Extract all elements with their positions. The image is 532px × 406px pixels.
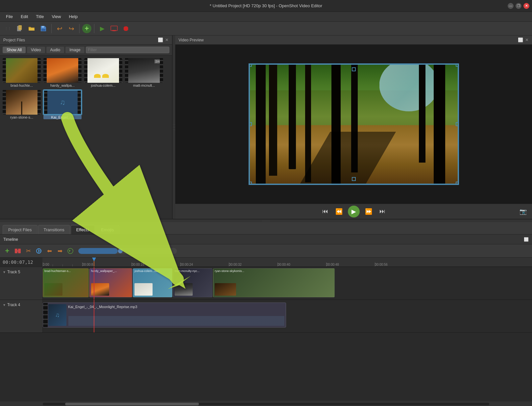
skip-to-start-button[interactable]: ⏮ [320, 207, 330, 216]
track-row-5: ▼ Track 5 brad-huchteman-s... [0, 267, 532, 300]
tracks-area: ▼ Track 5 brad-huchteman-s... [0, 267, 532, 401]
track4-cut-line [94, 300, 94, 332]
project-files-tabs: Show All Video Audio Image [0, 45, 172, 56]
clip-kai[interactable]: ♫ Kai_Engel_-_04_-_Moonlight_Reprise.mp3 [43, 303, 286, 327]
clip-hardy[interactable]: hardy_wallpaper_... [89, 268, 132, 297]
file-thumb-kai[interactable]: ♫ Kai_Engel_-_. [43, 90, 82, 119]
tab-emojis[interactable]: Emojis [95, 225, 119, 234]
handle-br[interactable] [456, 182, 459, 185]
project-files-panel: Project Files ⬜ ✕ Show All Video Audio I… [0, 35, 173, 219]
add-track-button[interactable]: + [3, 246, 12, 256]
handle-tl[interactable] [249, 63, 252, 67]
fullscreen-button[interactable] [109, 23, 119, 34]
file-label-matt: matt-mcnult... [125, 83, 163, 87]
project-files-header: Project Files ⬜ ✕ [0, 35, 172, 45]
timeline-expand-icon[interactable]: ⬜ [524, 237, 529, 242]
project-files-title: Project Files [3, 38, 25, 42]
rewind-button[interactable]: ⏪ [334, 207, 344, 216]
save-project-button[interactable] [38, 23, 49, 34]
svg-point-13 [38, 250, 39, 252]
tab-project-files[interactable]: Project Files [3, 225, 37, 234]
titlebar: * Untitled Project [HD 720p 30 fps] - Op… [0, 0, 532, 12]
menu-title[interactable]: Title [33, 13, 47, 20]
track-label-5: ▼ Track 5 [0, 267, 43, 300]
jump-start-button[interactable]: ⬅ [45, 246, 54, 256]
pf-expand-icon[interactable]: ⬜ [158, 37, 163, 42]
open-project-button[interactable] [26, 23, 37, 34]
handle-tr[interactable] [456, 63, 459, 67]
window-title: * Untitled Project [HD 720p 30 fps] - Op… [210, 3, 322, 8]
clip-brad[interactable]: brad-huchteman-s... [43, 268, 89, 297]
menu-view[interactable]: View [48, 13, 64, 20]
top-panels: Project Files ⬜ ✕ Show All Video Audio I… [0, 35, 532, 219]
pf-tab-image[interactable]: Image [65, 47, 84, 53]
tab-effects[interactable]: Effects [71, 225, 95, 234]
playhead-head[interactable] [92, 258, 96, 261]
clip-matt[interactable]: matt-mcnulty-nyc... [173, 268, 212, 297]
undo-button[interactable]: ↩ [54, 23, 65, 34]
svg-point-14 [68, 248, 73, 254]
pf-tab-audio[interactable]: Audio [46, 47, 64, 53]
track-5-chevron[interactable]: ▼ [3, 270, 6, 274]
handle-mr[interactable] [456, 122, 459, 126]
play-button[interactable]: ▶ [348, 206, 360, 217]
file-thumb-joshua[interactable]: joshua-colem... [84, 58, 122, 87]
vp-close-icon[interactable]: ✕ [525, 37, 529, 42]
handle-ml[interactable] [249, 122, 252, 126]
file-thumb-matt[interactable]: 2Ar matt-mcnult... [125, 58, 163, 87]
track-4-content: ♫ Kai_Engel_-_04_-_Moonlight_Reprise.mp3 [43, 300, 532, 332]
svg-rect-6 [111, 26, 117, 31]
file-label-joshua: joshua-colem... [84, 83, 122, 87]
add-marker-button[interactable] [34, 246, 43, 256]
pf-filter-input[interactable] [86, 47, 169, 53]
zoom-bar[interactable] [78, 248, 177, 254]
pf-close-icon[interactable]: ✕ [165, 37, 169, 42]
preview-button[interactable]: ▶ [97, 23, 108, 34]
maximize-button[interactable]: ❐ [516, 3, 521, 9]
zoom-handle[interactable] [118, 249, 123, 253]
record-button[interactable]: ⏺ [121, 23, 131, 34]
enable-snapping-button[interactable] [13, 246, 22, 256]
add-button[interactable]: + [82, 24, 91, 33]
camera-button[interactable]: 📷 [518, 207, 528, 216]
panel-resize-vertical[interactable]: ⋮⋮⋮ [173, 35, 175, 219]
file-thumb-hardy[interactable]: hardy_wallpa... [43, 58, 82, 87]
menubar: File Edit Title View Help [0, 12, 532, 22]
scrollbar-thumb[interactable] [65, 403, 199, 405]
pf-tab-video[interactable]: Video [27, 47, 45, 53]
clip-ryan[interactable]: ryan-stone-skykomis... [213, 268, 335, 297]
menu-file[interactable]: File [3, 13, 16, 20]
panel-resize-horizontal[interactable]: ⋯⋯⋯ [0, 219, 532, 222]
clip-joshua[interactable]: joshua-colem...bad... [133, 268, 172, 297]
pf-tab-show-all[interactable]: Show All [3, 47, 26, 53]
skip-to-end-button[interactable]: ⏭ [377, 207, 387, 216]
menu-edit[interactable]: Edit [17, 13, 31, 20]
clip-kai-label: Kai_Engel_-_04_-_Moonlight_Reprise.mp3 [68, 305, 137, 309]
timeline-scrollbar[interactable] [0, 401, 532, 406]
bottom-tab-bar: Project Files Transitions Effects Emojis [0, 222, 532, 235]
scissors-button[interactable]: ✂ [24, 246, 33, 256]
close-button[interactable]: ✕ [523, 3, 529, 9]
vp-expand-icon[interactable]: ⬜ [518, 37, 523, 42]
toolbar: ⋮⋮ ↩ ↪ + ▶ [0, 22, 532, 35]
file-thumb-ryan[interactable]: ryan-stone-s... [3, 90, 41, 119]
time-display: 00:00:07,12 [0, 258, 43, 267]
jump-end-button[interactable]: ➡ [55, 246, 64, 256]
menu-help[interactable]: Help [65, 13, 81, 20]
file-thumb-brad[interactable]: brad-huchte... [3, 58, 41, 87]
video-preview-title: Video Preview [179, 38, 204, 42]
redo-button[interactable]: ↪ [66, 23, 77, 34]
minimize-button[interactable]: — [508, 3, 514, 9]
add-audio-button[interactable] [66, 246, 75, 256]
fast-forward-button[interactable]: ⏩ [364, 207, 374, 216]
file-label-brad: brad-huchte... [3, 83, 41, 87]
handle-bm[interactable] [352, 177, 356, 181]
video-controls: ⏮ ⏪ ▶ ⏩ ⏭ 📷 [175, 204, 532, 219]
handle-bl[interactable] [249, 182, 252, 185]
video-preview-header: Video Preview ⬜ ✕ [175, 35, 532, 45]
handle-tm[interactable] [352, 67, 356, 71]
new-project-button[interactable] [14, 23, 25, 34]
tab-transitions[interactable]: Transitions [38, 225, 70, 234]
track-row-4: ▼ Track 4 ♫ Kai_Engel_-_04_-_Moonlight [0, 300, 532, 333]
track-4-chevron[interactable]: ▼ [3, 303, 6, 307]
